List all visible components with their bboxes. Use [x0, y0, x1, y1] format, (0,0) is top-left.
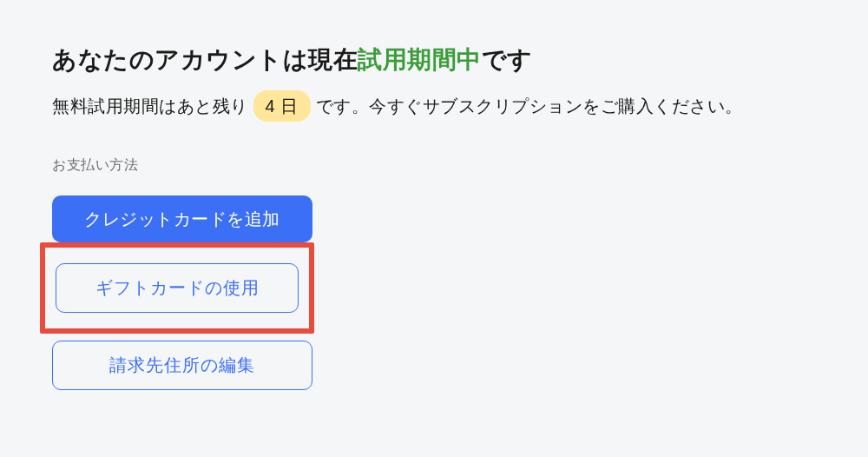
description-after-badge: です。今すぐサブスクリプションをご購入ください。 [316, 96, 743, 116]
trial-description: 無料試用期間はあと残り 4 日 です。今すぐサブスクリプションをご購入ください。 [52, 90, 816, 122]
heading-suffix: です [482, 46, 533, 73]
days-remaining-badge: 4 日 [253, 90, 311, 122]
gift-card-highlight-frame: ギフトカードの使用 [40, 242, 314, 334]
heading-highlight: 試用期間中 [358, 46, 482, 73]
description-before-badge: 無料試用期間はあと残り [52, 96, 248, 116]
payment-button-group: クレジットカードを追加 [52, 195, 312, 242]
use-gift-card-button[interactable]: ギフトカードの使用 [56, 263, 299, 313]
payment-method-label: お支払い方法 [52, 156, 816, 175]
heading-prefix: あなたのアカウントは現在 [52, 46, 358, 73]
edit-billing-address-button[interactable]: 請求先住所の編集 [52, 341, 312, 390]
add-credit-card-button[interactable]: クレジットカードを追加 [52, 195, 312, 242]
account-status-heading: あなたのアカウントは現在試用期間中です [52, 43, 816, 76]
payment-method-section: お支払い方法 クレジットカードを追加 ギフトカードの使用 請求先住所の編集 [52, 156, 816, 390]
